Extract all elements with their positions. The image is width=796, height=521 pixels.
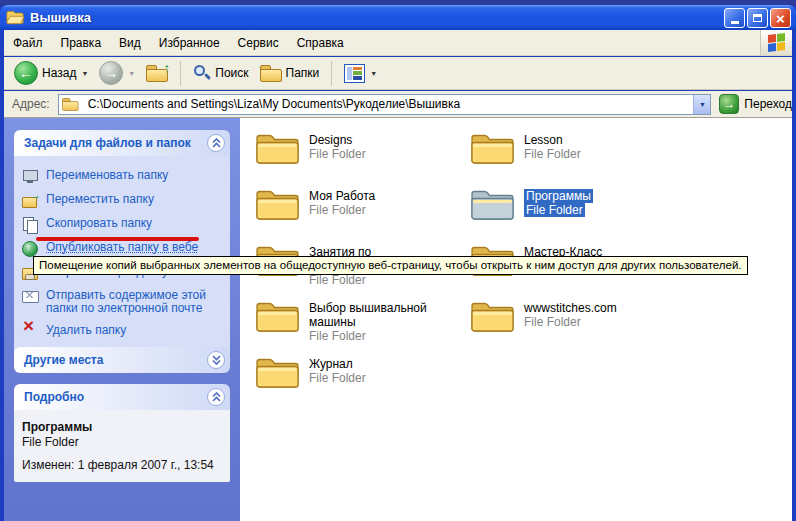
folder-name: wwwstitches.com (524, 301, 617, 315)
task-item[interactable]: Опубликовать папку в вебе (22, 241, 224, 256)
folder-item[interactable]: Lesson File Folder (470, 130, 685, 186)
forward-dropdown-caret[interactable]: ▼ (128, 70, 135, 77)
folder-item[interactable]: Журнал File Folder (255, 354, 470, 410)
search-button[interactable]: Поиск (189, 62, 252, 84)
address-combo[interactable]: C:\Documents and Settings\Liza\My Docume… (58, 94, 712, 115)
web-publish-icon (22, 241, 39, 256)
details-item-name: Программы (22, 420, 222, 434)
other-places-title: Другие места (24, 353, 207, 367)
forward-button[interactable]: → ▼ (95, 59, 139, 87)
folder-icon (470, 186, 515, 222)
other-places-panel: Другие места (14, 347, 230, 373)
folder-item[interactable]: wwwstitches.com File Folder (470, 298, 685, 354)
folder-type: File Folder (524, 147, 581, 161)
up-icon: ↑ (146, 65, 168, 82)
close-button[interactable]: × (770, 8, 791, 28)
folder-type: File Folder (309, 147, 366, 161)
annotation-underline (36, 237, 199, 241)
go-label: Переход (744, 97, 792, 111)
task-item[interactable]: Переместить папку (22, 193, 224, 208)
address-path[interactable]: C:\Documents and Settings\Liza\My Docume… (88, 97, 690, 111)
toolbar: ← Назад ▼ → ▼ ↑ Поиск Папки ▼ (4, 57, 792, 90)
window-title: Вышивка (30, 10, 91, 25)
collapse-chevron-icon[interactable] (207, 388, 225, 406)
folder-name: Выбор вышивальной машины (309, 301, 470, 329)
details-item-type: File Folder (22, 435, 222, 449)
address-label: Адрес: (12, 97, 50, 111)
expand-chevron-icon[interactable] (207, 351, 225, 369)
views-button[interactable]: ▼ (340, 62, 381, 85)
address-bar: Адрес: C:\Documents and Settings\Liza\My… (4, 91, 792, 118)
details-item-modified: Изменен: 1 февраля 2007 г., 13:54 (22, 458, 222, 472)
other-places-header[interactable]: Другие места (14, 347, 230, 373)
address-folder-icon (62, 98, 79, 111)
folders-label: Папки (286, 66, 320, 80)
menu-bar: ФайлПравкаВидИзбранноеСервисСправка (4, 30, 792, 56)
folder-item[interactable]: Моя Работа File Folder (255, 186, 470, 242)
folders-icon (260, 65, 282, 82)
task-item[interactable]: Переименовать папку (22, 169, 224, 184)
task-pane-sidebar: Задачи для файлов и папок Переименовать … (4, 118, 240, 521)
folder-item[interactable]: Designs File Folder (255, 130, 470, 186)
menu-item-5[interactable]: Справка (288, 32, 353, 54)
minimize-button[interactable] (724, 8, 745, 28)
title-bar: Вышивка × (0, 5, 796, 30)
views-icon (344, 64, 365, 83)
folder-type: File Folder (309, 371, 366, 385)
up-button[interactable]: ↑ (142, 63, 172, 84)
copy-icon (22, 217, 39, 232)
window-folder-icon (6, 10, 24, 25)
folder-name: Журнал (309, 357, 366, 371)
task-item[interactable]: Отправить содержимое этой папки по элект… (22, 289, 224, 315)
menu-item-4[interactable]: Сервис (229, 32, 288, 54)
back-dropdown-caret[interactable]: ▼ (81, 70, 88, 77)
menu-item-3[interactable]: Избранное (150, 32, 229, 54)
menu-item-0[interactable]: Файл (4, 32, 52, 54)
folder-type: File Folder (309, 273, 470, 287)
address-dropdown-button[interactable]: ▼ (693, 95, 710, 114)
menu-item-2[interactable]: Вид (110, 32, 150, 54)
forward-icon: → (99, 61, 123, 85)
views-dropdown-caret[interactable]: ▼ (370, 70, 377, 77)
delete-icon (22, 324, 39, 339)
back-label: Назад (42, 66, 76, 80)
folder-name: Lesson (524, 133, 581, 147)
move-icon (22, 193, 39, 208)
windows-logo-box (760, 30, 792, 55)
folder-icon (255, 298, 300, 334)
folder-type: File Folder (524, 315, 617, 329)
folder-icon (255, 186, 300, 222)
windows-logo-icon (768, 33, 785, 52)
folders-button[interactable]: Папки (256, 63, 324, 84)
tooltip: Помещение копий выбранных элементов на о… (33, 256, 748, 275)
rename-icon (22, 169, 39, 184)
folder-icon (470, 130, 515, 166)
explorer-window: Вышивка × ФайлПравкаВидИзбранноеСервисСп… (0, 0, 796, 521)
collapse-chevron-icon[interactable] (207, 134, 225, 152)
back-icon: ← (14, 61, 38, 85)
task-item[interactable]: Скопировать папку (22, 217, 224, 232)
tasks-panel-header[interactable]: Задачи для файлов и папок (14, 130, 230, 156)
task-item[interactable]: Удалить папку (22, 324, 224, 339)
folder-icon (255, 354, 300, 390)
go-arrow-icon: → (723, 97, 735, 111)
details-panel: Подробно Программы File Folder Изменен: … (14, 384, 230, 482)
file-folder-tasks-panel: Задачи для файлов и папок Переименовать … (14, 130, 230, 356)
folder-item[interactable]: Программы File Folder (470, 186, 685, 242)
maximize-button[interactable] (747, 8, 768, 28)
search-icon (193, 64, 211, 82)
folder-item[interactable]: Выбор вышивальной машины File Folder (255, 298, 470, 354)
details-panel-header[interactable]: Подробно (14, 384, 230, 410)
folder-type: File Folder (309, 203, 375, 217)
email-icon (22, 289, 39, 304)
folder-name: Программы (524, 189, 593, 203)
tasks-panel-title: Задачи для файлов и папок (24, 136, 207, 150)
toolbar-separator (331, 61, 332, 86)
search-label: Поиск (215, 66, 248, 80)
folder-contents-area: Designs File Folder Lesson File Folder М… (240, 118, 792, 521)
folder-name: Designs (309, 133, 366, 147)
go-button[interactable]: → (719, 94, 739, 114)
back-button[interactable]: ← Назад ▼ (10, 59, 92, 87)
folder-type: File Folder (309, 329, 470, 343)
menu-item-1[interactable]: Правка (52, 32, 111, 54)
